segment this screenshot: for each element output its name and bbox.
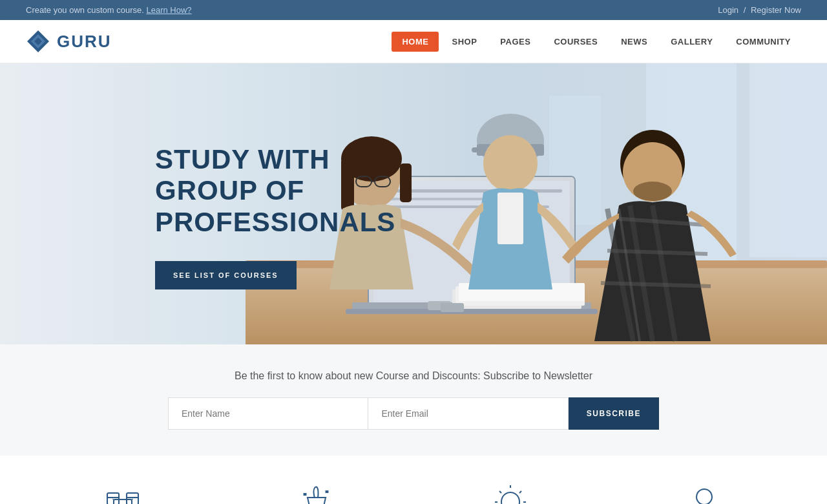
hero-title-line3: PROFESSIONALS [155, 207, 395, 237]
svg-point-72 [696, 489, 712, 504]
main-nav: HOME SHOP PAGES COURSES NEWS GALLERY COM… [392, 32, 801, 52]
logo-text: GURU [57, 32, 112, 52]
hero-content: STUDY WITH GROUP OF PROFESSIONALS SEE LI… [0, 118, 395, 289]
nav-home[interactable]: HOME [392, 32, 439, 52]
hero-title-line1: STUDY WITH [155, 144, 330, 174]
magic-hat-icon [293, 481, 340, 504]
newsletter-subscribe-button[interactable]: SUBSCRIBE [569, 397, 659, 430]
svg-rect-33 [472, 147, 485, 152]
nav-pages[interactable]: PAGES [490, 32, 541, 52]
hero-title-line2: GROUP OF [155, 175, 304, 205]
hero-cta-button[interactable]: SEE LIST OF COURSES [155, 261, 297, 289]
separator: / [744, 5, 746, 15]
svg-rect-6 [749, 63, 827, 257]
feature-boxes [52, 481, 194, 504]
top-bar: Create you own custom course. Learn How?… [0, 0, 827, 20]
feature-magic [246, 481, 388, 504]
logo[interactable]: GURU [26, 29, 112, 54]
top-bar-left-text: Create you own custom course. [26, 5, 144, 15]
svg-point-34 [483, 135, 538, 192]
svg-rect-27 [400, 163, 412, 202]
lightbulb-icon [487, 481, 534, 504]
person-icon [681, 481, 728, 504]
register-link[interactable]: Register Now [751, 5, 801, 15]
learn-how-link[interactable]: Learn How? [146, 5, 191, 15]
login-link[interactable]: Login [718, 5, 738, 15]
hero-section: STUDY WITH GROUP OF PROFESSIONALS SEE LI… [0, 63, 827, 344]
feature-person [633, 481, 775, 504]
feature-lightbulb [439, 481, 581, 504]
header: GURU HOME SHOP PAGES COURSES NEWS GALLER… [0, 20, 827, 63]
top-bar-left: Create you own custom course. Learn How? [26, 5, 192, 15]
svg-line-68 [519, 491, 521, 493]
svg-rect-35 [497, 193, 523, 244]
nav-courses[interactable]: COURSES [543, 32, 608, 52]
svg-rect-46 [114, 499, 132, 504]
svg-point-38 [633, 182, 672, 201]
svg-rect-23 [441, 303, 464, 312]
newsletter-form: SUBSCRIBE [168, 397, 659, 430]
nav-community[interactable]: COMMUNITY [726, 32, 801, 52]
logo-icon [26, 29, 50, 54]
newsletter-section: Be the first to know about new Course an… [0, 344, 827, 456]
svg-rect-16 [346, 309, 598, 314]
newsletter-name-input[interactable] [168, 397, 368, 430]
newsletter-email-input[interactable] [368, 397, 568, 430]
nav-shop[interactable]: SHOP [441, 32, 487, 52]
boxes-icon [99, 481, 146, 504]
svg-line-70 [499, 491, 501, 493]
top-bar-right: Login / Register Now [718, 5, 801, 15]
features-section [0, 456, 827, 504]
newsletter-text: Be the first to know about new Course an… [235, 370, 592, 382]
nav-gallery[interactable]: GALLERY [660, 32, 723, 52]
nav-news[interactable]: NEWS [611, 32, 658, 52]
hero-title: STUDY WITH GROUP OF PROFESSIONALS [155, 144, 395, 238]
